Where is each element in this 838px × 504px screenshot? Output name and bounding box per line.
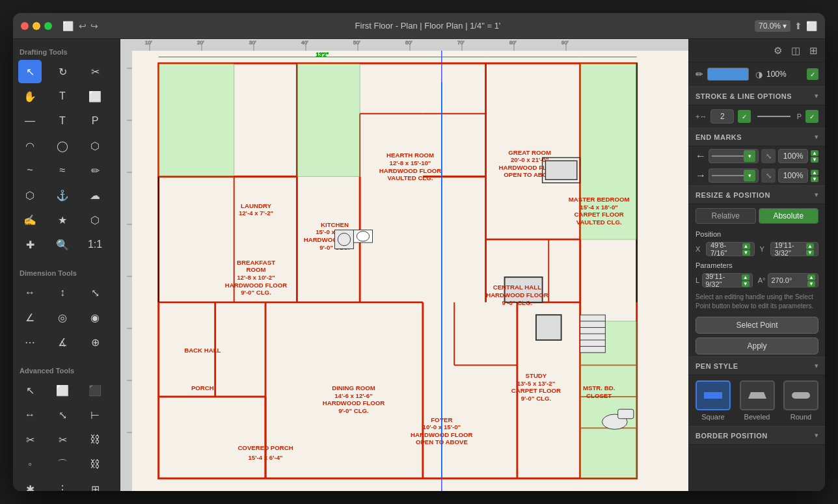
pen-style-square-option[interactable]: Square: [696, 380, 731, 421]
filter-icon[interactable]: ⚙: [772, 43, 784, 59]
y-up-spinner[interactable]: ▲: [806, 243, 814, 249]
select-point-button[interactable]: Select Point: [696, 317, 818, 334]
scale-tool[interactable]: 1:1: [83, 233, 107, 256]
undo-icon[interactable]: ↩: [79, 21, 87, 31]
apply-button[interactable]: Apply: [696, 338, 818, 354]
connect-tool[interactable]: ⬡: [83, 208, 107, 232]
cloud-tool[interactable]: ☁: [83, 183, 107, 207]
share-icon[interactable]: ⬆: [794, 21, 802, 31]
pan-tool[interactable]: ✋: [18, 85, 42, 108]
stroke-line-section-header[interactable]: STROKE & LINE OPTIONS ▾: [689, 86, 825, 105]
resize-position-section-header[interactable]: RESIZE & POSITION ▾: [689, 185, 825, 204]
adv-join-tool[interactable]: ✂: [51, 428, 74, 451]
symbol-tool[interactable]: P: [83, 109, 107, 133]
left-mark-dropdown[interactable]: ▾: [744, 150, 755, 162]
dim-misc3-tool[interactable]: ⊕: [83, 330, 107, 354]
adv-cut-tool[interactable]: ⬛: [83, 378, 107, 402]
adv-node-tool[interactable]: ◦: [18, 453, 42, 476]
layers-icon[interactable]: ◫: [789, 43, 802, 59]
left-mark-percent[interactable]: [778, 149, 808, 163]
adv-scale-tool[interactable]: ⤡: [51, 403, 74, 427]
left-mark-expand-btn[interactable]: ⤡: [761, 149, 776, 163]
color-swatch[interactable]: [707, 68, 749, 81]
anchor-tool[interactable]: ⚓: [51, 183, 74, 207]
x-up-spinner[interactable]: ▲: [742, 243, 750, 249]
dim-horiz-tool[interactable]: ↔: [18, 281, 42, 304]
pen-style-beveled-option[interactable]: Beveled: [740, 380, 775, 421]
poly-tool[interactable]: ⬡: [83, 134, 107, 157]
x-coord-box[interactable]: 49'8-7/16" ▲ ▼: [706, 242, 755, 256]
canvas-area[interactable]: 10' 20' 30' 40' 50' 60' 70: [120, 39, 688, 491]
left-mark-select[interactable]: ▾: [709, 149, 759, 163]
ellipse-tool[interactable]: ◯: [51, 134, 74, 157]
redo-icon[interactable]: ↪: [90, 21, 98, 31]
adv-rect-tool[interactable]: ⬜: [51, 378, 74, 402]
dim-radius-tool[interactable]: ◉: [83, 306, 107, 329]
pen-style-round-option[interactable]: Round: [783, 380, 818, 421]
a-up-spinner[interactable]: ▲: [807, 274, 815, 280]
adv-link-tool[interactable]: ⛓: [83, 428, 107, 451]
right-mark-percent[interactable]: [778, 168, 808, 183]
adv-misc2-tool[interactable]: ⋮: [51, 477, 74, 491]
end-marks-section-header[interactable]: END MARKS ▾: [689, 127, 825, 146]
opacity-confirm-btn[interactable]: ✓: [807, 68, 818, 80]
absolute-tab[interactable]: Absolute: [759, 208, 819, 224]
expand-icon[interactable]: ⬜: [806, 21, 817, 31]
left-percent-down[interactable]: ▼: [811, 157, 818, 163]
right-mark-expand-btn[interactable]: ⤡: [761, 168, 776, 183]
star-tool[interactable]: ⬡: [18, 183, 42, 207]
right-mark-dropdown[interactable]: ▾: [744, 170, 755, 181]
relative-tab[interactable]: Relative: [696, 208, 756, 224]
text-box-tool[interactable]: T: [51, 109, 74, 133]
sidebar-toggle-icon[interactable]: ⬜: [62, 21, 74, 31]
adv-misc1-tool[interactable]: ✱: [18, 477, 42, 491]
l-down-spinner[interactable]: ▼: [742, 281, 750, 287]
right-percent-up[interactable]: ▲: [811, 170, 818, 176]
dim-angle-tool[interactable]: ∠: [18, 306, 42, 329]
dim-misc1-tool[interactable]: ⋯: [18, 330, 42, 354]
left-percent-up[interactable]: ▲: [811, 150, 818, 156]
grid-icon[interactable]: ⊞: [807, 43, 820, 59]
bezier-tool[interactable]: ~: [18, 159, 42, 182]
dim-circle-tool[interactable]: ◎: [51, 306, 74, 329]
l-value-box[interactable]: 39'11-9/32" ▲ ▼: [702, 273, 753, 287]
star2-tool[interactable]: ★: [51, 208, 74, 232]
right-percent-down[interactable]: ▼: [811, 176, 818, 182]
crop-tool[interactable]: ✂: [83, 60, 107, 83]
freehand-tool[interactable]: ✏: [83, 159, 107, 182]
arc-tool[interactable]: ◠: [18, 134, 42, 157]
adv-move-tool[interactable]: ↔: [18, 403, 42, 427]
dim-vert-tool[interactable]: ↕: [51, 281, 74, 304]
minimize-button[interactable]: [33, 22, 40, 30]
adv-align-tool[interactable]: ⊢: [83, 403, 107, 427]
adv-select-tool[interactable]: ↖: [18, 378, 42, 402]
right-mark-select[interactable]: ▾: [709, 168, 759, 183]
adv-smooth-tool[interactable]: ⌒: [51, 453, 74, 476]
image-tool[interactable]: ⬜: [83, 85, 107, 108]
wave-tool[interactable]: ≈: [51, 159, 74, 182]
stroke-weight-input[interactable]: [710, 109, 734, 124]
dim-misc2-tool[interactable]: ∡: [51, 330, 74, 354]
adv-snap-tool[interactable]: ⛓: [83, 453, 107, 476]
zoom-tool[interactable]: 🔍: [51, 233, 74, 256]
rotate-tool[interactable]: ↻: [51, 60, 74, 83]
zoom-display[interactable]: 70.0% ▾: [755, 20, 791, 32]
y-coord-box[interactable]: 19'11-3/32" ▲ ▼: [770, 242, 819, 256]
adv-group-tool[interactable]: ⊞: [83, 477, 107, 491]
close-button[interactable]: [21, 22, 29, 30]
fullscreen-button[interactable]: [44, 22, 52, 30]
stroke-confirm-btn[interactable]: ✓: [738, 110, 751, 123]
a-down-spinner[interactable]: ▼: [807, 281, 815, 287]
a-value-box[interactable]: 270.0° ▲ ▼: [768, 273, 818, 287]
border-position-section-header[interactable]: BORDER POSITION ▾: [689, 426, 825, 445]
text-tool[interactable]: T: [51, 85, 74, 108]
stroke-type-confirm-btn[interactable]: ✓: [805, 110, 818, 123]
y-down-spinner[interactable]: ▼: [806, 250, 814, 256]
misc1-tool[interactable]: ✚: [18, 233, 42, 256]
l-up-spinner[interactable]: ▲: [742, 274, 750, 280]
dim-align-tool[interactable]: ⤡: [83, 281, 107, 304]
pen-style-section-header[interactable]: PEN STYLE ▾: [689, 356, 825, 375]
line-tool[interactable]: —: [18, 109, 42, 133]
x-down-spinner[interactable]: ▼: [742, 250, 750, 256]
adv-scissors-tool[interactable]: ✂: [18, 428, 42, 451]
